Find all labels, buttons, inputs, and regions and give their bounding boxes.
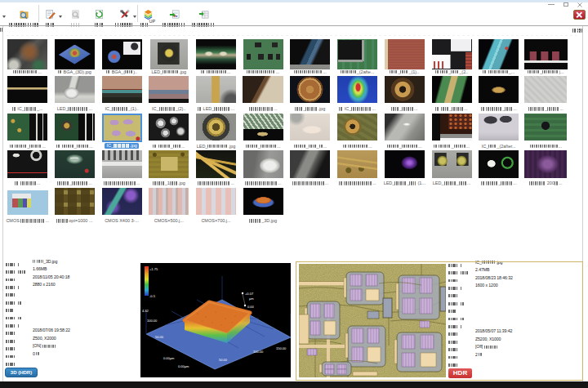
svg-text:50.00: 50.00 (155, 335, 164, 339)
svg-text:150.00: 150.00 (276, 346, 287, 350)
svg-text:-0.5: -0.5 (149, 294, 156, 298)
svg-text:+1.75: +1.75 (149, 267, 158, 271)
svg-text:4.32: 4.32 (142, 309, 149, 313)
svg-text:100.00: 100.00 (253, 350, 264, 354)
svg-text:+0.07: +0.07 (245, 292, 254, 296)
svg-text:0.00μm: 0.00μm (163, 356, 175, 360)
svg-text:100.00: 100.00 (147, 319, 158, 323)
svg-text:0.00: 0.00 (247, 305, 255, 309)
svg-text:μm: μm (249, 297, 254, 301)
svg-text:50.00: 50.00 (219, 358, 228, 362)
svg-text:0.00μm: 0.00μm (178, 364, 189, 368)
